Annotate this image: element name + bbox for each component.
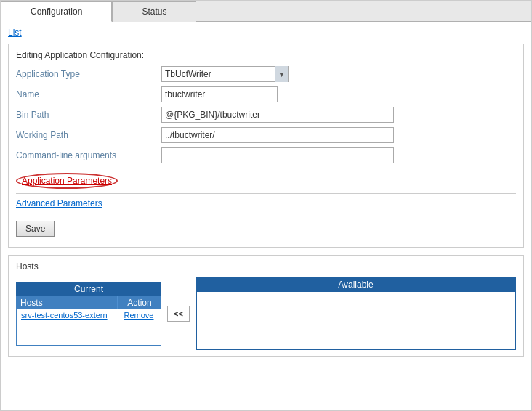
transfer-button[interactable]: << [167,306,190,322]
field-command-line: Command-line arguments [16,147,516,163]
available-panel: Available [196,277,516,350]
select-application-type[interactable]: TbUctWriter ▼ [161,66,289,82]
available-header: Available [196,277,516,292]
sub-header-row: Hosts Action [16,296,161,309]
save-button[interactable]: Save [16,221,55,237]
current-panel-body: srv-test-centos53-extern Remove [16,309,161,346]
label-bin-path: Bin Path [16,110,161,120]
hosts-layout: Current Hosts Action srv-test-centos53-e… [16,277,516,350]
form-section: Editing Application Configuration: Appli… [8,44,524,248]
content-area: List Editing Application Configuration: … [1,22,531,362]
hosts-section: Hosts Current Hosts Action srv-test-cent… [8,255,524,357]
divider1 [16,168,516,168]
col-action-header: Action [118,296,161,309]
col-hosts-header: Hosts [16,296,118,309]
divider2 [16,193,516,194]
field-application-type: Application Type TbUctWriter ▼ [16,66,516,82]
field-working-path: Working Path [16,127,516,143]
host-cell[interactable]: srv-test-centos53-extern [17,309,117,321]
label-command-line: Command-line arguments [16,150,161,160]
application-parameters-link[interactable]: Application Parameters [16,173,118,189]
list-link[interactable]: List [8,28,524,38]
label-application-type: Application Type [16,69,161,79]
select-value: TbUctWriter [162,68,275,81]
section-title: Editing Application Configuration: [16,50,516,60]
current-header: Current [16,282,161,296]
field-name: Name [16,86,516,102]
tab-configuration[interactable]: Configuration [1,1,112,22]
current-panel: Current Hosts Action srv-test-centos53-e… [16,282,161,346]
table-row: srv-test-centos53-extern Remove [17,309,161,321]
advanced-parameters-link[interactable]: Advanced Parameters [16,198,102,208]
label-name: Name [16,89,161,99]
tab-status[interactable]: Status [112,1,196,22]
tab-bar: Configuration Status [1,1,531,22]
input-name[interactable] [161,86,278,102]
input-bin-path[interactable] [161,107,394,123]
main-container: Configuration Status List Editing Applic… [0,0,532,411]
application-parameters-row: Application Parameters [16,173,516,189]
advanced-parameters-row: Advanced Parameters [16,198,516,208]
input-command-line[interactable] [161,147,394,163]
available-panel-body [196,292,516,350]
action-cell[interactable]: Remove [117,309,161,321]
label-working-path: Working Path [16,130,161,140]
select-arrow-icon[interactable]: ▼ [275,66,288,82]
input-working-path[interactable] [161,127,394,143]
hosts-title: Hosts [16,261,516,272]
field-bin-path: Bin Path [16,107,516,123]
divider3 [16,213,516,213]
